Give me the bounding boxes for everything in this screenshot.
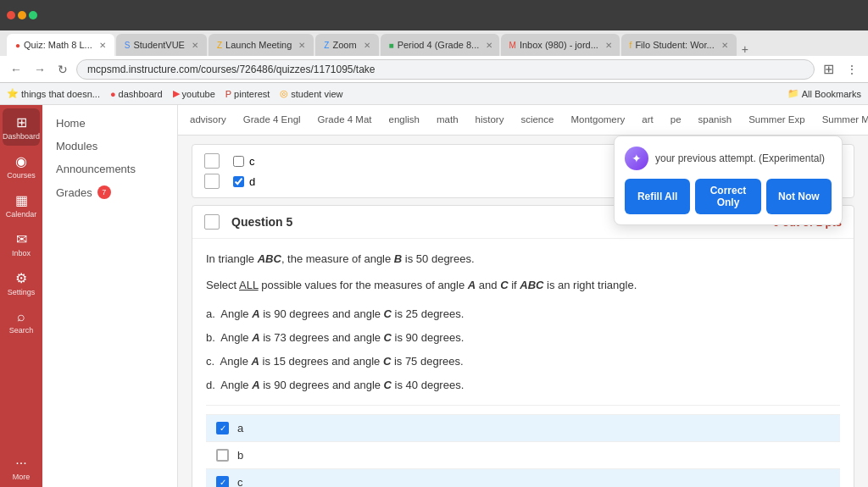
forward-button[interactable]: → xyxy=(31,61,49,78)
bookmark-youtube-label: youtube xyxy=(182,89,215,99)
checkbox-c[interactable]: ✓ xyxy=(216,476,229,487)
tab-quiz[interactable]: ● Quiz: Math 8 L... ✕ xyxy=(7,34,114,56)
course-tab-grade4mat[interactable]: Grade 4 Mat xyxy=(309,105,381,136)
question-5-card: Question 5 0 out of 1 pts In triangle AB… xyxy=(192,205,854,487)
sidebar-item-inbox[interactable]: ✉ Inbox xyxy=(3,225,40,263)
course-tab-grade4engl[interactable]: Grade 4 Engl xyxy=(235,105,309,136)
close-icon-6[interactable]: ✕ xyxy=(721,41,728,50)
course-tab-montgomery[interactable]: Montgomery xyxy=(562,105,633,136)
sidebar-search-label: Search xyxy=(9,326,34,335)
tab-period4-label: Period 4 (Grade 8... xyxy=(398,40,480,50)
browser-chrome xyxy=(0,0,868,30)
tab-launch-label: Launch Meeting xyxy=(225,40,292,50)
nav-home[interactable]: Home xyxy=(42,112,177,135)
menu-button[interactable]: ⋮ xyxy=(843,61,861,78)
youtube-icon: ▶ xyxy=(173,88,180,99)
tab-inbox[interactable]: M Inbox (980) - jord... ✕ xyxy=(501,34,620,56)
course-tab-math[interactable]: math xyxy=(428,105,467,136)
bookmark-dashboard[interactable]: ● dashboard xyxy=(110,89,163,99)
bookmark-icon: ⭐ xyxy=(7,88,19,99)
course-tab-science[interactable]: science xyxy=(512,105,562,136)
sidebar-more-label: More xyxy=(13,473,31,481)
bookmark-all-label: All Bookmarks xyxy=(802,89,861,99)
not-now-button[interactable]: Not Now xyxy=(766,179,832,214)
course-tab-summerexp[interactable]: Summer Exp xyxy=(740,105,813,136)
extensions-button[interactable]: ⊞ xyxy=(820,59,837,79)
choice-a: a. Angle A is 90 degrees and angle C is … xyxy=(206,303,840,325)
more-icon: ··· xyxy=(15,456,26,471)
question-title: Question 5 xyxy=(231,215,292,229)
close-icon-3[interactable]: ✕ xyxy=(364,41,370,50)
folder-icon: 📁 xyxy=(787,88,799,99)
refill-all-button[interactable]: Refill All xyxy=(625,179,690,214)
sidebar-courses-label: Courses xyxy=(7,171,36,180)
answer-choices: a. Angle A is 90 degrees and angle C is … xyxy=(206,303,840,396)
tab-launch[interactable]: Z Launch Meeting ✕ xyxy=(209,34,314,56)
close-icon[interactable]: ✕ xyxy=(192,41,198,50)
dashboard-icon: ⊞ xyxy=(16,114,27,130)
sidebar-item-dashboard[interactable]: ⊞ Dashboard xyxy=(3,108,40,146)
course-tab-art[interactable]: art xyxy=(633,105,661,136)
app-layout: ⊞ Dashboard ◉ Courses ▦ Calendar ✉ Inbox… xyxy=(0,105,868,487)
inbox-icon: ✉ xyxy=(16,231,27,247)
course-tab-advisory[interactable]: advisory xyxy=(181,105,235,136)
nav-grades[interactable]: Grades 7 xyxy=(42,180,177,204)
popup-magic-icon: ✦ xyxy=(625,147,648,170)
reload-button[interactable]: ↻ xyxy=(54,61,71,78)
bookmark-student-view[interactable]: ◎ student view xyxy=(280,88,342,99)
sidebar-item-settings[interactable]: ⚙ Settings xyxy=(3,264,40,302)
question-select-marker xyxy=(204,214,220,230)
answer-c-label: c xyxy=(237,476,243,487)
sidebar-dashboard-label: Dashboard xyxy=(3,132,40,141)
checkbox-a[interactable]: ✓ xyxy=(216,422,229,434)
close-icon-4[interactable]: ✕ xyxy=(486,41,492,50)
option-c-checkbox[interactable] xyxy=(233,156,244,167)
content-area: c d ✦ your previous attempt. (Experiment… xyxy=(178,136,868,487)
nav-modules[interactable]: Modules xyxy=(42,135,177,158)
main-content: advisory Grade 4 Engl Grade 4 Mat englis… xyxy=(178,105,868,487)
address-input[interactable] xyxy=(76,59,815,80)
bookmark-all[interactable]: 📁 All Bookmarks xyxy=(787,88,861,99)
course-tab-history[interactable]: history xyxy=(467,105,513,136)
calendar-icon: ▦ xyxy=(15,192,28,208)
answer-divider xyxy=(206,405,840,406)
course-tab-summermat[interactable]: Summer Mat xyxy=(814,105,868,136)
option-d-label: d xyxy=(233,175,255,188)
option-d-checkbox[interactable] xyxy=(233,176,244,187)
course-tab-spanish[interactable]: spanish xyxy=(690,105,741,136)
sidebar-item-courses[interactable]: ◉ Courses xyxy=(3,147,40,185)
popup-text: your previous attempt. (Experimental) xyxy=(655,152,825,164)
answer-option-b: b xyxy=(206,441,840,468)
grades-badge: 7 xyxy=(97,185,111,199)
course-tab-english[interactable]: english xyxy=(381,105,428,136)
bookmark-label: things that doesn... xyxy=(21,89,100,99)
course-tab-pe[interactable]: pe xyxy=(662,105,690,136)
close-icon-5[interactable]: ✕ xyxy=(605,41,612,50)
back-button[interactable]: ← xyxy=(7,61,25,78)
checkbox-b[interactable] xyxy=(216,449,229,462)
canvas-icon: ● xyxy=(110,89,116,99)
nav-sidebar: Home Modules Announcements Grades 7 xyxy=(42,105,178,487)
sidebar-item-calendar[interactable]: ▦ Calendar xyxy=(3,186,40,224)
tab-close-icon[interactable]: ✕ xyxy=(99,41,106,50)
search-icon: ⌕ xyxy=(17,309,25,324)
tab-zoom[interactable]: Z Zoom ✕ xyxy=(315,34,378,56)
new-tab-button[interactable]: + xyxy=(742,42,748,56)
sidebar-calendar-label: Calendar xyxy=(6,210,37,219)
correct-only-button[interactable]: Correct Only xyxy=(695,179,760,214)
bookmark-things[interactable]: ⭐ things that doesn... xyxy=(7,88,100,99)
tab-bar: ● Quiz: Math 8 L... ✕ S StudentVUE ✕ Z L… xyxy=(0,30,868,56)
close-icon-2[interactable]: ✕ xyxy=(298,41,305,50)
tab-filo[interactable]: f Filo Student: Wor... ✕ xyxy=(621,34,737,56)
question-body: In triangle ABC, the measure of angle B … xyxy=(192,239,854,487)
question-intro-text: In triangle ABC, the measure of angle B … xyxy=(206,251,840,268)
sidebar-item-search[interactable]: ⌕ Search xyxy=(3,303,40,340)
tab-filo-label: Filo Student: Wor... xyxy=(635,40,714,50)
sidebar-item-more[interactable]: ··· More xyxy=(3,450,40,487)
tab-period4[interactable]: ■ Period 4 (Grade 8... ✕ xyxy=(381,34,499,56)
nav-announcements[interactable]: Announcements xyxy=(42,158,177,180)
bookmark-pinterest[interactable]: P pinterest xyxy=(225,89,270,99)
bookmark-youtube[interactable]: ▶ youtube xyxy=(173,88,215,99)
tab-studentvue[interactable]: S StudentVUE ✕ xyxy=(116,34,207,56)
pinterest-icon: P xyxy=(225,89,231,99)
